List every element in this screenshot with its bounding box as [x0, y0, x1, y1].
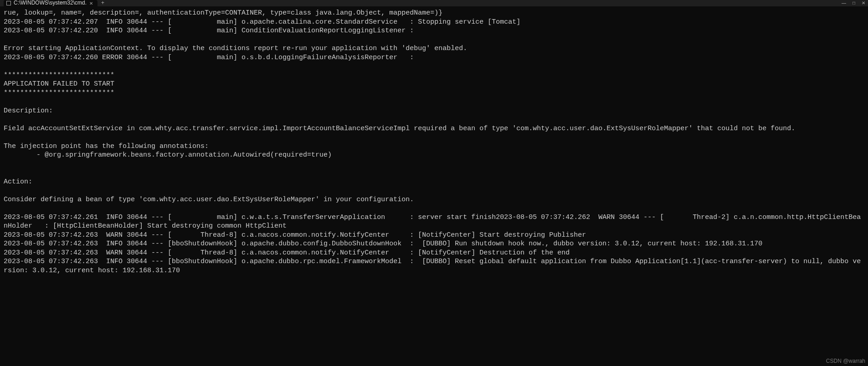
log-line: 2023-08-05 07:37:42.207 INFO 30644 --- […	[4, 18, 520, 26]
log-line: ***************************	[4, 89, 114, 97]
log-line: Field accAccountSetExtService in com.wht…	[4, 125, 795, 132]
terminal-output[interactable]: rue, lookup=, name=, description=, authe…	[0, 6, 868, 276]
minimize-button[interactable]: —	[842, 0, 846, 6]
close-window-button[interactable]: ✕	[862, 0, 865, 6]
log-line: 2023-08-05 07:37:42.261 INFO 30644 --- […	[4, 214, 861, 230]
log-line: 2023-08-05 07:37:42.263 INFO 30644 --- […	[4, 258, 861, 274]
window-titlebar: C:\WINDOWS\system32\cmd. ✕ + — □ ✕	[0, 0, 868, 6]
log-line: Consider defining a bean of type 'com.wh…	[4, 196, 414, 203]
log-line: 2023-08-05 07:37:42.263 WARN 30644 --- […	[4, 249, 570, 257]
log-line: Action:	[4, 178, 32, 186]
log-line: - @org.springframework.beans.factory.ann…	[4, 151, 332, 159]
log-line: rue, lookup=, name=, description=, authe…	[4, 9, 442, 17]
watermark-text: CSDN @warrah	[826, 358, 865, 365]
log-line: 2023-08-05 07:37:42.263 WARN 30644 --- […	[4, 231, 586, 239]
log-line: 2023-08-05 07:37:42.220 INFO 30644 --- […	[4, 27, 414, 35]
maximize-button[interactable]: □	[853, 0, 855, 6]
new-tab-button[interactable]: +	[98, 0, 108, 7]
terminal-tab[interactable]: C:\WINDOWS\system32\cmd. ✕	[4, 0, 98, 6]
log-line: APPLICATION FAILED TO START	[4, 80, 114, 88]
window-controls: — □ ✕	[842, 0, 865, 6]
log-line: Description:	[4, 107, 53, 115]
cmd-icon	[6, 1, 11, 5]
log-line: 2023-08-05 07:37:42.260 ERROR 30644 --- …	[4, 54, 414, 61]
log-line: ***************************	[4, 71, 114, 79]
tab-label: C:\WINDOWS\system32\cmd.	[14, 0, 87, 7]
log-line: 2023-08-05 07:37:42.263 INFO 30644 --- […	[4, 240, 762, 248]
log-line: Error starting ApplicationContext. To di…	[4, 45, 467, 52]
log-line: The injection point has the following an…	[4, 142, 209, 150]
close-tab-icon[interactable]: ✕	[89, 0, 93, 6]
